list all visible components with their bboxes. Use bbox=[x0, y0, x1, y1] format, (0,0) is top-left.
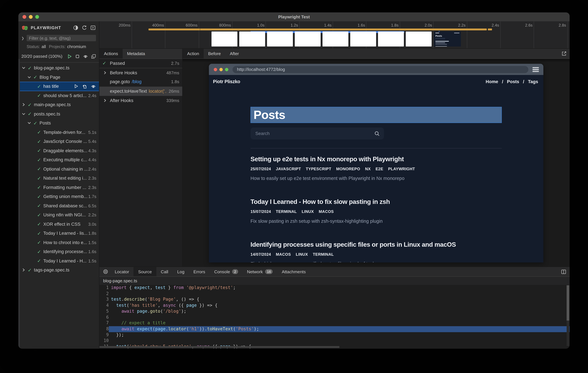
article-tag[interactable]: MACOS bbox=[319, 209, 334, 214]
tree-item-using-n8n-with-ngi[interactable]: ✓ Using n8n with NGI...2.2s bbox=[18, 210, 99, 219]
split-view-icon[interactable] bbox=[561, 269, 566, 274]
filter-input[interactable] bbox=[27, 35, 96, 41]
article-tag[interactable]: JAVASCRIPT bbox=[276, 166, 301, 171]
tree-item-optional-chaining-in[interactable]: ✓ Optional chaining in ...2.4s bbox=[18, 164, 99, 174]
article-title[interactable]: Identifying processes using specific fil… bbox=[251, 241, 502, 249]
tree-item-natural-text-editing-i[interactable]: ✓ Natural text editing i...2.3s bbox=[18, 174, 99, 183]
tree-item-how-to-chroot-into-e[interactable]: ✓ How to chroot into e...1.5s bbox=[18, 238, 99, 247]
tree-item-draggable-elements[interactable]: ✓ Draggable elements...4.3s bbox=[18, 146, 99, 155]
article-tag[interactable]: PLAYWRIGHT bbox=[388, 166, 415, 171]
stop-icon[interactable] bbox=[75, 54, 80, 59]
pass-check-icon: ✓ bbox=[33, 74, 37, 80]
tree-item-blog-page-spec-ts[interactable]: ✓ blog-page.spec.ts bbox=[18, 63, 99, 73]
tree-item-has-title[interactable]: ✓ has title bbox=[18, 82, 99, 91]
actions-tab-metadata[interactable]: Metadata bbox=[123, 49, 149, 58]
details-tab-network[interactable]: Network16 bbox=[242, 267, 277, 276]
film-thumbnail-blank[interactable] bbox=[295, 31, 321, 46]
film-thumbnail-page[interactable]: Posts bbox=[434, 31, 461, 46]
tree-item-today-i-learned-lis[interactable]: ✓ Today I Learned - lis...1.8s bbox=[18, 229, 99, 238]
browser-menu-icon[interactable] bbox=[533, 67, 539, 72]
tree-item-javascript-console[interactable]: ✓ JavaScript Console ...5.4s bbox=[18, 137, 99, 146]
details-tab-errors[interactable]: Errors bbox=[189, 267, 210, 276]
minimize-window-button[interactable] bbox=[29, 15, 33, 19]
nav-link-posts[interactable]: Posts bbox=[507, 79, 519, 84]
source-horizontal-scrollbar[interactable] bbox=[99, 346, 339, 348]
snapshot-tab-before[interactable]: Before bbox=[204, 49, 225, 58]
search-icon[interactable] bbox=[374, 131, 380, 136]
filter-status-line[interactable]: Status:all Projects:chromium bbox=[27, 44, 96, 49]
search-input[interactable] bbox=[251, 131, 363, 136]
source-vertical-scrollbar[interactable] bbox=[567, 285, 569, 346]
film-thumbnail-blank[interactable] bbox=[323, 31, 348, 46]
film-thumbnail-blank[interactable] bbox=[406, 31, 432, 46]
address-bar[interactable]: http://localhost:4772/blog bbox=[232, 66, 528, 73]
article-tag[interactable]: MONOREPO bbox=[336, 166, 360, 171]
tree-item-posts[interactable]: ✓ Posts bbox=[18, 118, 99, 128]
action-duration: 26ms bbox=[167, 89, 182, 93]
film-thumbnail-blank[interactable] bbox=[350, 31, 376, 46]
dark-mode-toggle-icon[interactable] bbox=[73, 25, 78, 30]
collapse-all-icon[interactable] bbox=[91, 54, 96, 59]
close-window-button[interactable] bbox=[22, 15, 26, 19]
film-thumbnail-blank[interactable] bbox=[239, 31, 265, 46]
film-thumbnail-blank[interactable] bbox=[267, 31, 293, 46]
nav-link-tags[interactable]: Tags bbox=[528, 79, 538, 84]
film-thumbnail-blank[interactable] bbox=[211, 31, 237, 46]
toggle-output-panel-icon[interactable] bbox=[90, 25, 96, 30]
nav-link-home[interactable]: Home bbox=[486, 79, 498, 84]
tree-item-posts-spec-ts[interactable]: ✓ posts.spec.ts bbox=[18, 109, 99, 118]
duration-bar-notch bbox=[200, 29, 200, 30]
article-tag[interactable]: TYPESCRIPT bbox=[306, 166, 331, 171]
article-tag[interactable]: NX bbox=[365, 166, 371, 171]
trace-timeline[interactable]: 200ms400ms600ms800ms1.0s1.2s1.4s1.6s1.8s… bbox=[99, 21, 570, 49]
action-row-page-goto[interactable]: page.goto /blog 1.8s bbox=[99, 77, 182, 86]
action-row-before-hooks[interactable]: Before Hooks 487ms bbox=[99, 68, 182, 77]
tree-item-should-show-5-articl[interactable]: ✓ should show 5 articl...2.4s bbox=[18, 91, 99, 100]
open-external-icon[interactable] bbox=[561, 51, 567, 56]
tree-item-xor-effect-in-css[interactable]: ✓ XOR effect in CSS3.0s bbox=[18, 219, 99, 229]
details-tab-console[interactable]: Console2 bbox=[210, 267, 242, 276]
tree-item-identifying-processe[interactable]: ✓ Identifying processe...1.6s bbox=[18, 247, 99, 256]
article-tag[interactable]: TERMINAL bbox=[313, 252, 334, 256]
pick-locator-icon[interactable] bbox=[103, 269, 108, 274]
snapshot-tab-action[interactable]: Action bbox=[183, 49, 204, 58]
actions-tab-actions[interactable]: Actions bbox=[99, 49, 123, 58]
tree-item-main-page-spec-ts[interactable]: ✓ main-page.spec.ts bbox=[18, 100, 99, 109]
timeline-tick-label: 1.2s bbox=[276, 23, 298, 27]
run-test-icon[interactable] bbox=[74, 84, 78, 89]
reload-icon[interactable] bbox=[82, 25, 87, 30]
article-tag[interactable]: MACOS bbox=[276, 252, 291, 256]
tree-item-tags-page-spec-ts[interactable]: ✓ tags-page.spec.ts bbox=[18, 265, 99, 275]
tree-item-shared-database-sc[interactable]: ✓ Shared database sc...6.5s bbox=[18, 201, 99, 210]
action-row-expect-tohavetext[interactable]: expect.toHaveText locator('... 26ms bbox=[99, 86, 182, 96]
article-tag[interactable]: E2E bbox=[376, 166, 383, 171]
run-all-icon[interactable] bbox=[67, 54, 72, 59]
show-source-icon[interactable] bbox=[82, 84, 87, 89]
film-thumbnail-blank[interactable] bbox=[378, 31, 404, 46]
watch-test-icon[interactable] bbox=[91, 84, 96, 89]
watch-all-icon[interactable] bbox=[83, 54, 88, 59]
details-tab-source[interactable]: Source bbox=[134, 267, 156, 276]
tree-item-today-i-learned-h[interactable]: ✓ Today I Learned - H...1.5s bbox=[18, 256, 99, 265]
tree-item-formatting-number[interactable]: ✓ Formatting number ...2.3s bbox=[18, 183, 99, 192]
details-tab-call[interactable]: Call bbox=[156, 267, 173, 276]
filter-expand-chevron-icon[interactable]: ❯ bbox=[21, 36, 27, 40]
details-tab-locator[interactable]: Locator bbox=[110, 267, 134, 276]
article-title[interactable]: Today I Learned - How to fix slow pastin… bbox=[251, 198, 502, 206]
tree-item-blog-page[interactable]: ✓ Blog Page bbox=[18, 73, 99, 82]
details-tab-attachments[interactable]: Attachments bbox=[277, 267, 310, 276]
maximize-window-button[interactable] bbox=[35, 15, 39, 19]
article-tag[interactable]: LINUX bbox=[302, 209, 314, 214]
tree-item-template-driven-for[interactable]: ✓ Template-driven for...5.1s bbox=[18, 128, 99, 137]
article-title[interactable]: Setting up e2e tests in Nx monorepo with… bbox=[251, 156, 502, 163]
action-row-after-hooks[interactable]: After Hooks 339ms bbox=[99, 96, 182, 105]
site-brand-link[interactable]: Piotr Pliszko bbox=[213, 79, 240, 84]
article-list: Setting up e2e tests in Nx monorepo with… bbox=[251, 156, 502, 262]
article-tag[interactable]: LINUX bbox=[296, 252, 308, 256]
snapshot-tab-after[interactable]: After bbox=[225, 49, 243, 58]
tree-item-getting-union-memb[interactable]: ✓ Getting union memb...1.7s bbox=[18, 192, 99, 201]
details-tab-log[interactable]: Log bbox=[173, 267, 189, 276]
tree-item-executing-multiple-c[interactable]: ✓ Executing multiple c...4.4s bbox=[18, 155, 99, 164]
article-tag[interactable]: TERMINAL bbox=[276, 209, 297, 214]
action-link[interactable]: /blog bbox=[132, 79, 142, 84]
